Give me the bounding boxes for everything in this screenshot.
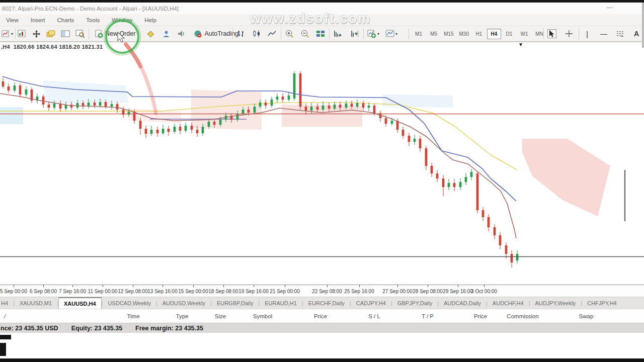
- candle-body: [168, 129, 170, 132]
- timeframe-w1[interactable]: W1: [517, 29, 531, 39]
- candle-body: [310, 107, 313, 111]
- candle-body: [48, 105, 50, 108]
- chart-tab-audjpy-weekly[interactable]: AUDJPY,Weekly: [530, 297, 581, 309]
- candle-body: [499, 235, 502, 245]
- candle-body: [271, 100, 273, 106]
- accounts-icon[interactable]: [162, 29, 171, 38]
- column-type: Type: [176, 313, 189, 319]
- alerts-speaker-icon[interactable]: [177, 29, 186, 38]
- new-order-button[interactable]: New Order: [92, 28, 138, 40]
- templates-icon[interactable]: [385, 29, 394, 38]
- menu-tools[interactable]: Tools: [80, 16, 106, 25]
- candle-body: [442, 178, 445, 187]
- candle-body: [316, 107, 319, 110]
- chart-tab-eurchf-daily[interactable]: EURCHF,Daily: [303, 297, 350, 309]
- timeframe-mn[interactable]: MN: [532, 29, 546, 39]
- market-watch-icon[interactable]: [61, 29, 70, 38]
- horizontal-line-tool-icon[interactable]: —: [599, 29, 608, 38]
- chart-tab-audchf-h4[interactable]: AUDCHF,H4: [488, 297, 529, 309]
- candle-body: [219, 120, 222, 125]
- chart-tab-eurgbp-daily[interactable]: EURGBP,Daily: [212, 297, 259, 309]
- menu-bar: ViewInsertChartsToolsWindowHelp: [0, 14, 644, 26]
- candle-body: [494, 227, 496, 235]
- chart-shift-icon[interactable]: [350, 29, 359, 38]
- chart-tab-gbpjpy-daily[interactable]: GBPJPY,Daily: [392, 297, 438, 309]
- menu-help[interactable]: Help: [138, 16, 163, 25]
- candle-body: [293, 73, 296, 99]
- time-axis-tick: [327, 285, 328, 287]
- indicators-dropdown-icon[interactable]: ▾: [377, 32, 379, 36]
- timeframe-h4[interactable]: H4: [487, 29, 501, 39]
- timeframe-m1[interactable]: M1: [412, 29, 426, 39]
- expert-advisors-icon[interactable]: [146, 29, 155, 38]
- time-axis-tick: [428, 285, 428, 287]
- candle-body: [133, 112, 136, 121]
- time-axis-tick: [72, 285, 73, 287]
- vertical-line-tool-icon[interactable]: |: [583, 29, 592, 38]
- candle-body: [185, 126, 187, 131]
- text-tool-icon[interactable]: A: [632, 29, 641, 38]
- menu-window[interactable]: Window: [106, 16, 138, 25]
- menu-insert[interactable]: Insert: [25, 16, 51, 25]
- candle-body: [25, 89, 28, 95]
- auto-scroll-icon[interactable]: [333, 29, 342, 38]
- candle-body: [419, 139, 422, 148]
- new-chart-icon[interactable]: [1, 29, 10, 38]
- candle-body: [174, 127, 176, 132]
- trendline-tools-icon[interactable]: [616, 29, 625, 38]
- time-axis[interactable]: 5 Sep 00:006 Sep 08:007 Sep 16:0011 Sep …: [0, 285, 644, 297]
- line-chart-style-icon[interactable]: [268, 29, 277, 38]
- candle-body: [453, 183, 456, 187]
- candle-body: [116, 104, 119, 110]
- candle-body: [156, 130, 159, 133]
- candle-body: [391, 121, 393, 124]
- candle-body: [345, 104, 348, 108]
- time-axis-tick: [223, 285, 224, 287]
- crosshair-tool-icon[interactable]: [565, 29, 574, 38]
- pan-move-icon[interactable]: [32, 29, 41, 38]
- autotrading-button[interactable]: AutoTrading: [191, 28, 241, 40]
- time-axis-label: 29 Sep 16:00: [443, 289, 473, 294]
- templates-dropdown-icon[interactable]: ▾: [395, 32, 397, 36]
- column--: /: [4, 313, 6, 319]
- chart-tab-xauusd-h4[interactable]: XAUUSD,H4: [58, 297, 102, 309]
- zoom-out-icon[interactable]: [300, 29, 309, 38]
- menu-charts[interactable]: Charts: [51, 16, 80, 25]
- chart-tab-euraud-h1[interactable]: EURAUD,H1: [260, 297, 302, 309]
- chart-tab-xauusd-m1[interactable]: XAUUSD,M1: [15, 297, 57, 309]
- timeframe-m5[interactable]: M5: [427, 29, 441, 39]
- chart-tabs: H4|XAUUSD,M1|XAUUSD,H4|USDCAD,Weekly|AUD…: [0, 297, 644, 309]
- timeframe-d1[interactable]: D1: [502, 29, 516, 39]
- chart-tab-usdcad-weekly[interactable]: USDCAD,Weekly: [103, 297, 155, 309]
- candle-body: [191, 126, 193, 130]
- candlestick-style-icon[interactable]: [252, 29, 261, 38]
- data-window-icon[interactable]: [75, 29, 85, 38]
- new-chart-dropdown-icon[interactable]: ▾: [11, 32, 13, 36]
- chart-profile-icon[interactable]: [17, 29, 26, 38]
- chart-tab-partial[interactable]: H4: [0, 297, 13, 309]
- timeframe-h1[interactable]: H1: [472, 29, 486, 39]
- chart-tab-audusd-weekly[interactable]: AUDUSD,Weekly: [157, 297, 210, 309]
- tile-windows-icon[interactable]: [316, 29, 325, 38]
- indicators-icon[interactable]: [367, 29, 376, 38]
- ichimoku-cloud: [43, 80, 128, 104]
- time-axis-tick: [103, 285, 103, 287]
- time-axis-tick: [254, 285, 254, 287]
- candle-body: [94, 103, 96, 106]
- zoom-in-icon[interactable]: [285, 29, 294, 38]
- new-order-label: New Order: [105, 30, 135, 37]
- profiles-folder-icon[interactable]: [46, 29, 55, 38]
- chart-tab-cadjpy-h4[interactable]: CADJPY,H4: [351, 297, 391, 309]
- candle-body: [351, 104, 353, 107]
- chart-tab-chfjpy-h4[interactable]: CHFJPY,H4: [582, 297, 621, 309]
- timeframe-m30[interactable]: M30: [457, 29, 471, 39]
- chart-tab-audcad-daily[interactable]: AUDCAD,Daily: [439, 297, 486, 309]
- cursor-tool-icon[interactable]: [547, 29, 556, 38]
- chart-canvas[interactable]: [0, 50, 644, 285]
- bar-chart-style-icon[interactable]: [236, 29, 246, 38]
- timeframe-m15[interactable]: M15: [442, 29, 456, 39]
- window-minimize-icon[interactable]: —: [606, 4, 613, 11]
- candle-body: [276, 97, 279, 100]
- menu-view[interactable]: View: [0, 16, 25, 25]
- candle-body: [248, 110, 250, 113]
